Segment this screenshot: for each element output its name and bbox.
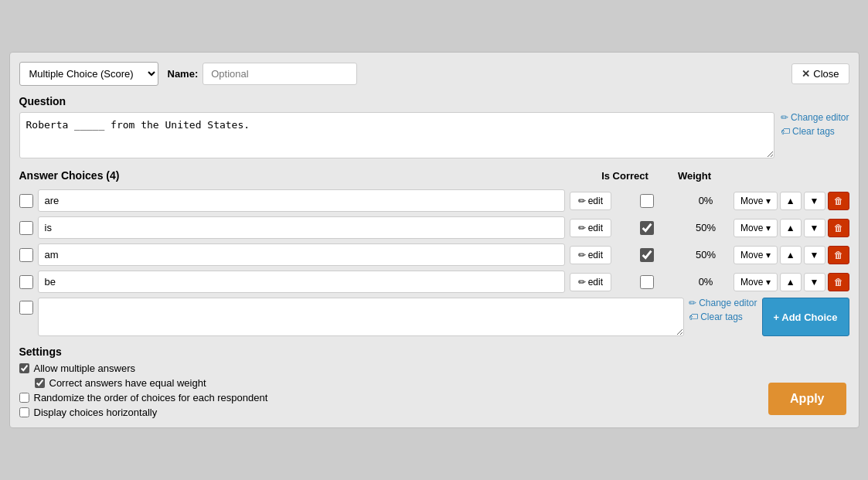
pencil-icon: ✏ <box>689 298 696 308</box>
new-choice-textarea[interactable] <box>38 298 685 336</box>
new-choice-select-checkbox[interactable] <box>19 301 33 315</box>
top-bar: Multiple Choice (Score) Multiple Choice … <box>19 62 849 86</box>
setting-row-1: Allow multiple answers <box>19 363 849 374</box>
answer-text-2[interactable] <box>38 216 565 239</box>
delete-button-1[interactable]: 🗑 <box>828 192 849 210</box>
close-button[interactable]: ✕ Close <box>791 63 849 84</box>
down-button-3[interactable]: ▼ <box>804 246 825 264</box>
move-button-1[interactable]: Move ▾ <box>734 192 778 210</box>
new-choice-clear-tags-link[interactable]: 🏷 Clear tags <box>689 311 757 322</box>
equal-weight-label: Correct answers have equal weight <box>49 377 206 389</box>
edit-button-3[interactable]: ✏ edit <box>570 246 611 264</box>
is-correct-checkbox-3[interactable] <box>640 248 654 262</box>
move-button-3[interactable]: Move ▾ <box>734 246 778 264</box>
edit-button-1[interactable]: ✏ edit <box>570 192 611 210</box>
name-input[interactable] <box>203 63 357 85</box>
up-button-2[interactable]: ▲ <box>780 219 802 237</box>
allow-multiple-answers-label: Allow multiple answers <box>34 363 136 374</box>
is-correct-cell-3 <box>616 248 678 262</box>
setting-row-3: Randomize the order of choices for each … <box>19 392 849 403</box>
horizontal-display-label: Display choices horizontally <box>34 407 158 418</box>
question-textarea[interactable]: Roberta _____ from the United States. <box>19 112 775 158</box>
setting-row-4: Display choices horizontally <box>19 407 849 418</box>
add-choice-button[interactable]: + Add Choice <box>762 298 849 336</box>
col-is-correct-header: Is Correct <box>587 170 664 182</box>
is-correct-cell-4 <box>616 275 678 289</box>
answer-text-3[interactable] <box>38 243 565 266</box>
weight-cell-2: 50% <box>682 222 729 233</box>
question-title: Question <box>19 95 849 107</box>
pencil-icon: ✏ <box>578 196 586 206</box>
is-correct-checkbox-1[interactable] <box>640 194 654 208</box>
apply-button[interactable]: Apply <box>768 383 846 415</box>
row-select-checkbox-3[interactable] <box>19 248 33 262</box>
new-choice-change-editor-link[interactable]: ✏ Change editor <box>689 298 757 308</box>
close-icon: ✕ <box>802 68 810 80</box>
actions-cell-2: Move ▾ ▲ ▼ 🗑 <box>734 219 849 237</box>
equal-weight-checkbox[interactable] <box>35 378 45 388</box>
pencil-icon: ✏ <box>578 223 586 233</box>
move-button-4[interactable]: Move ▾ <box>734 273 778 291</box>
question-clear-tags-link[interactable]: 🏷 Clear tags <box>781 126 849 137</box>
question-section: Question Roberta _____ from the United S… <box>19 95 849 158</box>
tag-icon: 🏷 <box>689 311 698 322</box>
down-button-1[interactable]: ▼ <box>804 192 825 210</box>
weight-cell-3: 50% <box>682 249 729 260</box>
answer-row: ✏ edit 50% Move ▾ ▲ ▼ 🗑 <box>19 216 849 239</box>
setting-row-2: Correct answers have equal weight <box>35 377 849 389</box>
up-button-4[interactable]: ▲ <box>780 273 802 291</box>
col-weight-header: Weight <box>664 170 726 182</box>
answer-choices-title: Answer Choices (4) <box>19 169 587 182</box>
tag-icon: 🏷 <box>781 126 790 137</box>
horizontal-display-checkbox[interactable] <box>19 407 29 417</box>
answer-text-4[interactable] <box>38 271 565 293</box>
is-correct-checkbox-2[interactable] <box>640 221 654 235</box>
randomize-label: Randomize the order of choices for each … <box>34 392 268 403</box>
allow-multiple-answers-checkbox[interactable] <box>19 363 29 373</box>
new-choice-actions: ✏ Change editor 🏷 Clear tags <box>689 298 757 322</box>
edit-button-4[interactable]: ✏ edit <box>570 273 611 291</box>
actions-cell-4: Move ▾ ▲ ▼ 🗑 <box>734 273 849 291</box>
move-button-2[interactable]: Move ▾ <box>734 219 778 237</box>
row-select-checkbox-1[interactable] <box>19 194 33 208</box>
settings-section: Settings Allow multiple answers Correct … <box>19 346 849 418</box>
pencil-icon: ✏ <box>781 112 788 123</box>
is-correct-cell-2 <box>616 221 678 235</box>
answer-row: ✏ edit 50% Move ▾ ▲ ▼ 🗑 <box>19 243 849 266</box>
delete-button-3[interactable]: 🗑 <box>828 246 849 264</box>
up-button-3[interactable]: ▲ <box>780 246 802 264</box>
question-editor-links: ✏ Change editor 🏷 Clear tags <box>781 112 849 137</box>
new-choice-row: ✏ Change editor 🏷 Clear tags + Add Choic… <box>19 298 849 336</box>
question-area: Roberta _____ from the United States. ✏ … <box>19 112 849 158</box>
question-type-select[interactable]: Multiple Choice (Score) Multiple Choice … <box>19 62 158 86</box>
edit-button-2[interactable]: ✏ edit <box>570 219 611 237</box>
down-button-2[interactable]: ▼ <box>804 219 825 237</box>
answer-header: Answer Choices (4) Is Correct Weight <box>19 169 849 185</box>
weight-cell-4: 0% <box>682 276 729 288</box>
up-button-1[interactable]: ▲ <box>780 192 802 210</box>
pencil-icon: ✏ <box>578 277 586 288</box>
delete-button-4[interactable]: 🗑 <box>828 273 849 291</box>
is-correct-cell-1 <box>616 194 678 208</box>
pencil-icon: ✏ <box>578 250 586 260</box>
actions-cell-3: Move ▾ ▲ ▼ 🗑 <box>734 246 849 264</box>
row-select-checkbox-2[interactable] <box>19 221 33 235</box>
is-correct-checkbox-4[interactable] <box>640 275 654 289</box>
settings-title: Settings <box>19 346 849 358</box>
settings-options: Allow multiple answers Correct answers h… <box>19 363 849 418</box>
answer-text-1[interactable] <box>38 189 565 212</box>
row-select-checkbox-4[interactable] <box>19 275 33 289</box>
actions-cell-1: Move ▾ ▲ ▼ 🗑 <box>734 192 849 210</box>
delete-button-2[interactable]: 🗑 <box>828 219 849 237</box>
weight-cell-1: 0% <box>682 195 729 206</box>
answer-row: ✏ edit 0% Move ▾ ▲ ▼ 🗑 <box>19 189 849 212</box>
main-container: Multiple Choice (Score) Multiple Choice … <box>9 52 859 428</box>
answer-row: ✏ edit 0% Move ▾ ▲ ▼ 🗑 <box>19 271 849 293</box>
question-change-editor-link[interactable]: ✏ Change editor <box>781 112 849 123</box>
down-button-4[interactable]: ▼ <box>804 273 825 291</box>
name-label: Name: <box>168 68 199 80</box>
randomize-checkbox[interactable] <box>19 393 29 403</box>
